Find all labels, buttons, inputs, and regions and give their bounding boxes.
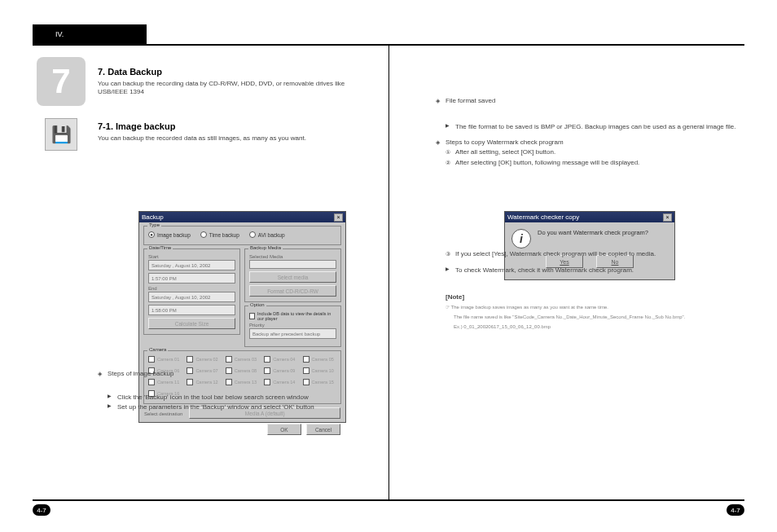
note1: ☞ The image backup saves images as many … [446, 305, 736, 311]
li-steps-copy-wm: Steps to copy Watermark check program [436, 138, 736, 147]
group-datetime-label: Date/Time [147, 245, 173, 250]
camera-checkbox-4[interactable]: Camera 04 [264, 356, 297, 363]
label-selected-media: Selected Media [249, 254, 336, 259]
priority-select[interactable]: Backup after precedent backup [249, 328, 336, 339]
camera-checkbox-14[interactable]: Camera 14 [264, 379, 297, 385]
radio-image-backup[interactable]: ●Image backup [148, 231, 191, 238]
li-step2: After selecting [OK] button, following m… [446, 159, 736, 167]
group-media-label: Backup Media [248, 245, 283, 250]
li-step1: After all setting, select [OK] button. [446, 148, 736, 156]
note-label: [Note] [446, 293, 736, 301]
floppy-icon: 💾 [45, 118, 77, 151]
select-media-button[interactable]: Select media [249, 271, 336, 283]
chapter-number: 7 [51, 62, 70, 101]
close-icon[interactable]: × [663, 213, 672, 222]
checkbox-include-db[interactable]: Include DB data to view the details in o… [249, 311, 336, 321]
camera-checkbox-11[interactable]: Camera 11 [148, 379, 182, 385]
ok-button[interactable]: OK [267, 424, 301, 435]
group-type-label: Type [147, 222, 161, 227]
camera-checkbox-13[interactable]: Camera 13 [226, 379, 259, 385]
selected-media-display [249, 260, 336, 269]
group-option-label: Option [248, 302, 266, 307]
end-time-field[interactable]: 1:58:00 PM [148, 305, 235, 315]
close-icon[interactable]: × [334, 213, 343, 222]
note3: Ex.) 0_01_20020617_15_00_06_12_00.bmp [454, 324, 736, 331]
left-column: 7. Data Backup You can backup the record… [90, 44, 388, 499]
backup-titlebar[interactable]: Backup × [139, 212, 345, 222]
page-number-right: 4-7 [727, 504, 744, 516]
bottom-rule [33, 499, 744, 501]
li-step3: If you select [Yes], Watermark check pro… [446, 250, 736, 258]
camera-checkbox-12[interactable]: Camera 12 [187, 379, 220, 385]
format-cd-button[interactable]: Format CD-R/CD-RW [249, 285, 336, 297]
radio-avi-backup[interactable]: AVI backup [249, 231, 285, 238]
label-destination: Select destination [144, 411, 182, 416]
cancel-button[interactable]: Cancel [306, 424, 340, 435]
watermark-title: Watermark checker copy [507, 213, 579, 221]
backup-dialog: Backup × Type ●Image backup Time backup … [138, 211, 346, 423]
backup-title: Backup [142, 213, 164, 221]
camera-checkbox-3[interactable]: Camera 03 [226, 356, 259, 363]
page-spread: IV. 7 💾 7. Data Backup You can backup th… [33, 24, 744, 516]
right-column: File format saved The file format to be … [388, 44, 744, 499]
label-end: End [148, 286, 235, 291]
label-start: Start [148, 254, 235, 259]
header-tab: IV. [33, 24, 147, 44]
li-steps-image-backup: Steps of image backup [98, 370, 376, 378]
group-type: Type ●Image backup Time backup AVI backu… [143, 226, 341, 245]
group-option: Option Include DB data to view the detai… [244, 306, 341, 347]
heading-image-backup: 7-1. Image backup [98, 121, 376, 131]
chapter-badge: 7 [37, 57, 86, 106]
radio-time-backup[interactable]: Time backup [200, 231, 239, 238]
li-file-format: File format saved [436, 97, 736, 105]
group-camera-label: Camera [147, 347, 168, 352]
group-datetime: Date/Time Start Saturday , August 10, 20… [143, 248, 240, 335]
heading-data-backup: 7. Data Backup [98, 67, 376, 77]
start-time-field[interactable]: 1:57:00 PM [148, 273, 235, 284]
header-tab-label: IV. [55, 30, 64, 38]
li-click-backup: Click the 'Backup' icon in the tool bar … [108, 394, 376, 402]
group-media: Backup Media Selected Media Select media… [244, 248, 341, 302]
page-number-left: 4-7 [33, 504, 50, 516]
li-check-wm: To check Watermark, check it with Waterm… [446, 266, 736, 275]
info-icon: i [511, 229, 531, 248]
li-bmp-jpeg: The file format to be saved is BMP or JP… [446, 123, 736, 131]
note2: The file name saved is like "SiteCode_Ca… [454, 314, 736, 321]
start-date-field[interactable]: Saturday , August 10, 2002 [148, 260, 235, 270]
para-image-backup: You can backup the recorded data as stil… [98, 134, 376, 143]
camera-checkbox-15[interactable]: Camera 15 [303, 379, 336, 385]
camera-checkbox-1[interactable]: Camera 01 [148, 356, 182, 363]
li-setup-params: Set up the parameters in the 'Backup' wi… [108, 403, 376, 411]
para-data-backup: You can backup the recording data by CD-… [98, 80, 376, 97]
calculate-size-button[interactable]: Calculate Size [148, 318, 235, 329]
camera-checkbox-2[interactable]: Camera 02 [187, 356, 220, 363]
camera-checkbox-5[interactable]: Camera 05 [303, 356, 336, 363]
end-date-field[interactable]: Saturday , August 10, 2002 [148, 292, 235, 302]
watermark-titlebar[interactable]: Watermark checker copy × [505, 212, 674, 222]
label-priority: Priority [249, 323, 336, 328]
watermark-message: Do you want Watermark check program? [538, 229, 648, 236]
